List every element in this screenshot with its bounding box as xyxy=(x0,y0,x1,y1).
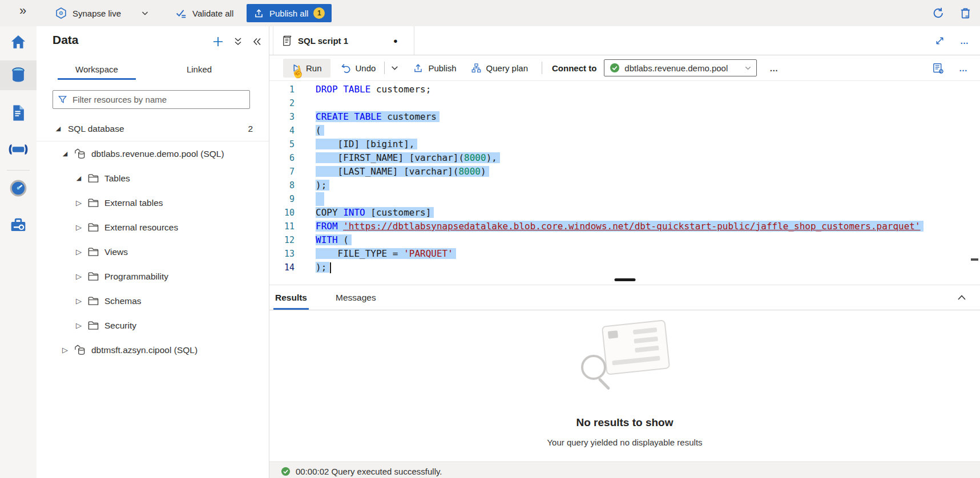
code-line[interactable]: 6 [FIRST_NAME] [varchar](8000), xyxy=(269,151,980,165)
activity-rail xyxy=(0,26,37,478)
chevron-collapsed-icon[interactable]: ▷ xyxy=(74,223,83,232)
refresh-icon[interactable] xyxy=(931,6,945,20)
expand-editor-icon[interactable] xyxy=(934,35,945,46)
code-line[interactable]: 3CREATE TABLE customers xyxy=(269,110,980,124)
code-line[interactable]: 13 FILE_TYPE = 'PARQUET' xyxy=(269,247,980,261)
toolbar-more-icon[interactable]: … xyxy=(959,63,969,73)
connection-more-icon[interactable]: … xyxy=(769,63,779,73)
chevron-expanded-icon[interactable]: ◢ xyxy=(54,125,63,132)
code-line[interactable]: 4( xyxy=(269,124,980,137)
empty-window-graphic xyxy=(601,319,670,375)
publish-all-button[interactable]: Publish all 1 xyxy=(247,4,332,22)
undo-dropdown-chevron-icon[interactable] xyxy=(390,64,399,72)
tree-item-sql-database[interactable]: ◢SQL database2 xyxy=(37,116,269,141)
tree-item-label: Security xyxy=(104,321,136,331)
result-settings-icon[interactable] xyxy=(932,62,944,74)
filter-resources-input[interactable] xyxy=(71,94,245,105)
tree-item-dbtlabs-revenue-demo-pool-sql[interactable]: ◢dbtlabs.revenue.demo.pool (SQL) xyxy=(37,141,269,166)
folder-icon xyxy=(87,197,99,208)
connection-dropdown[interactable]: dbtlabs.revenue.demo.pool xyxy=(604,59,757,76)
tree-item-programmability[interactable]: ▷Programmability xyxy=(37,264,269,289)
undo-button[interactable]: Undo xyxy=(340,63,376,74)
publish-button[interactable]: Publish xyxy=(413,63,456,74)
tab-linked[interactable]: Linked xyxy=(162,58,236,80)
chevron-collapsed-icon[interactable]: ▷ xyxy=(74,199,83,207)
empty-results-title: No results to show xyxy=(269,416,980,429)
code-line[interactable]: 14); xyxy=(269,261,980,274)
tree-item-label: Schemas xyxy=(104,296,142,306)
code-line[interactable]: 5 [ID] [bigint], xyxy=(269,137,980,151)
tab-workspace[interactable]: Workspace xyxy=(53,58,140,80)
chevron-collapsed-icon[interactable]: ▷ xyxy=(74,248,83,256)
code-line[interactable]: 8); xyxy=(269,179,980,192)
tree-item-dbtmsft-azsyn-cipool-sql[interactable]: ▷dbtmsft.azsyn.cipool (SQL) xyxy=(37,338,269,362)
nav-integrate-icon[interactable] xyxy=(0,135,37,164)
chevron-collapsed-icon[interactable]: ▷ xyxy=(61,346,70,354)
code-line[interactable]: 1DROP TABLE customers; xyxy=(269,83,980,96)
sql-code-editor[interactable]: 1DROP TABLE customers;23CREATE TABLE cus… xyxy=(269,81,980,274)
line-number: 10 xyxy=(269,206,295,220)
tab-results[interactable]: Results xyxy=(273,285,309,310)
line-number: 14 xyxy=(269,261,295,274)
collapse-panel-icon[interactable] xyxy=(252,37,262,47)
toolbar-divider xyxy=(384,62,385,74)
tree-item-label: External tables xyxy=(104,198,163,208)
tab-messages[interactable]: Messages xyxy=(334,285,378,310)
tree-item-security[interactable]: ▷Security xyxy=(37,313,269,338)
connection-name: dbtlabs.revenue.demo.pool xyxy=(624,63,740,73)
status-message: 00:00:02 Query executed successfully. xyxy=(296,467,442,476)
tabstrip-more-icon[interactable]: … xyxy=(960,36,970,46)
chevron-expanded-icon[interactable]: ◢ xyxy=(61,150,70,157)
upload-icon xyxy=(253,8,264,19)
discard-trash-icon[interactable] xyxy=(959,7,972,20)
folder-icon xyxy=(87,295,99,306)
nav-develop-icon[interactable] xyxy=(0,98,37,128)
code-line[interactable]: 12WITH ( xyxy=(269,233,980,247)
nav-manage-icon[interactable] xyxy=(0,210,37,240)
collapse-all-icon[interactable] xyxy=(233,36,243,47)
chevron-collapsed-icon[interactable]: ▷ xyxy=(74,297,83,305)
line-number: 2 xyxy=(269,96,295,110)
mode-selector[interactable]: Synapse live xyxy=(55,0,149,26)
mouse-cursor-pointer-icon: ☝ xyxy=(289,64,306,80)
code-line[interactable]: 9 xyxy=(269,192,980,206)
resource-tree: ◢SQL database2◢dbtlabs.revenue.demo.pool… xyxy=(37,116,269,362)
code-line[interactable]: 11FROM 'https://dbtlabsynapsedatalake.bl… xyxy=(269,220,980,233)
mode-label: Synapse live xyxy=(72,9,121,18)
database-icon xyxy=(74,344,86,356)
nav-home-icon[interactable] xyxy=(0,27,37,57)
code-text: COPY INTO [customers] xyxy=(316,206,434,220)
folder-icon xyxy=(87,271,99,282)
validate-all-button[interactable]: Validate all xyxy=(175,0,233,26)
connection-chevron-icon xyxy=(744,64,752,72)
tree-item-external-resources[interactable]: ▷External resources xyxy=(37,215,269,240)
line-number: 4 xyxy=(269,124,295,137)
chevron-down-icon[interactable] xyxy=(141,9,149,17)
sql-script-icon xyxy=(281,35,292,47)
collapse-results-chevron-icon[interactable] xyxy=(956,292,967,303)
tree-item-external-tables[interactable]: ▷External tables xyxy=(37,191,269,215)
add-resource-icon[interactable] xyxy=(212,35,224,48)
line-number: 11 xyxy=(269,220,295,233)
nav-data-icon[interactable] xyxy=(0,60,37,90)
code-line[interactable]: 10COPY INTO [customers] xyxy=(269,206,980,220)
data-explorer-panel: Data Workspace Linked ◢SQL database2◢dbt… xyxy=(37,26,269,478)
chevron-collapsed-icon[interactable]: ▷ xyxy=(74,321,83,330)
code-line[interactable]: 7 [LAST_NAME] [varchar](8000) xyxy=(269,165,980,179)
tree-item-schemas[interactable]: ▷Schemas xyxy=(37,289,269,313)
tree-item-views[interactable]: ▷Views xyxy=(37,240,269,264)
query-plan-button[interactable]: Query plan xyxy=(471,63,528,74)
code-line[interactable]: 2 xyxy=(269,96,980,110)
nav-monitor-icon[interactable] xyxy=(0,173,37,203)
tree-item-label: Programmability xyxy=(104,272,168,282)
document-tabstrip: SQL script 1 ● … xyxy=(269,26,980,55)
expand-menu-icon[interactable]: » xyxy=(19,3,26,18)
line-number: 12 xyxy=(269,233,295,247)
tree-item-tables[interactable]: ◢Tables xyxy=(37,166,269,191)
splitter-drag-handle[interactable] xyxy=(614,278,635,281)
line-number: 13 xyxy=(269,247,295,261)
chevron-collapsed-icon[interactable]: ▷ xyxy=(74,272,83,281)
tab-sql-script-1[interactable]: SQL script 1 ● xyxy=(273,26,414,55)
chevron-expanded-icon[interactable]: ◢ xyxy=(74,175,83,182)
line-number: 8 xyxy=(269,179,295,192)
